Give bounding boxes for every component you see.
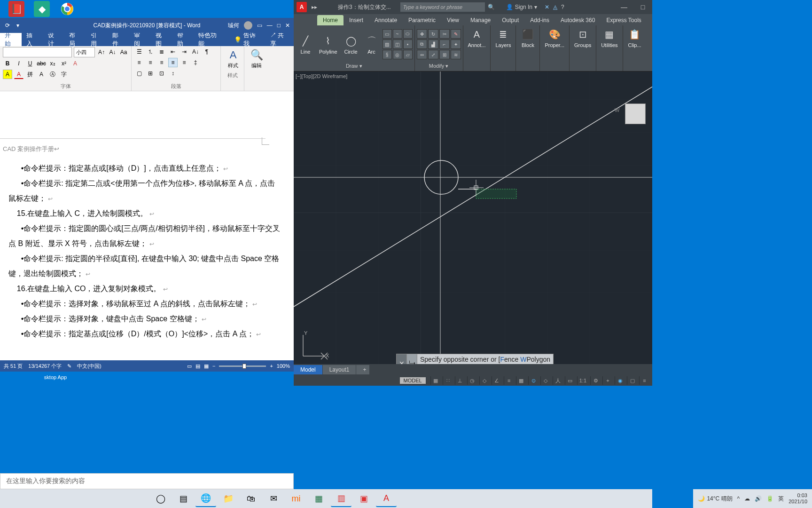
utilities-button[interactable]: ▦Utilities	[598, 26, 620, 49]
point-icon[interactable]: •	[403, 40, 413, 49]
grid-toggle-icon[interactable]: ▦	[430, 376, 441, 385]
proofing-icon[interactable]: ✎	[67, 363, 71, 369]
share-button[interactable]: ↗ 共享	[266, 31, 294, 48]
app-icon-2[interactable]: ◆	[34, 1, 50, 17]
sort-icon[interactable]: A↓	[191, 47, 200, 56]
groups-button[interactable]: ⊡Groups	[571, 26, 594, 49]
tab-annotate[interactable]: Annotate	[369, 15, 403, 25]
scale-icon[interactable]: ⤢	[428, 50, 438, 59]
erase-icon[interactable]: ✎	[451, 29, 461, 39]
align-left-icon[interactable]: ≡	[134, 58, 144, 67]
signin-button[interactable]: 👤 Sign In ▾	[502, 4, 541, 10]
qat-dropdown-icon[interactable]: ▾	[14, 22, 22, 29]
find-button[interactable]: 🔍 编辑	[247, 47, 266, 71]
language[interactable]: 中文(中国)	[77, 363, 101, 370]
layout1-tab[interactable]: Layout1	[323, 365, 356, 374]
char-shading-icon[interactable]: Ⓐ	[48, 70, 57, 79]
exchange-icon[interactable]: ✕	[545, 4, 549, 10]
windows-search-input[interactable]: 在这里输入你要搜索的内容	[0, 473, 294, 489]
italic-button[interactable]: I	[14, 59, 23, 68]
app-icon-1[interactable]: 📕	[8, 1, 24, 17]
hatch-icon[interactable]: ▨	[383, 40, 392, 49]
tab-mail[interactable]: 邮件	[108, 33, 129, 46]
widgets-icon[interactable]: ▤	[173, 490, 194, 507]
acad-logo-icon[interactable]: A	[297, 2, 307, 12]
bullets-icon[interactable]: ☰	[134, 47, 144, 56]
modify-label[interactable]: Modify ▾	[417, 62, 461, 70]
chrome-icon[interactable]	[59, 1, 75, 17]
grow-font-icon[interactable]: A↑	[97, 48, 106, 57]
font-size-select[interactable]: 小四	[74, 47, 95, 57]
offset-icon[interactable]: ≋	[451, 50, 461, 59]
model-tab[interactable]: Model	[294, 365, 322, 374]
wps-icon[interactable]: ▥	[331, 490, 351, 507]
text-effects-icon[interactable]: A	[70, 59, 80, 68]
snap-toggle-icon[interactable]: ∷	[443, 376, 453, 385]
tab-help[interactable]: 帮助	[172, 33, 194, 46]
explorer-icon[interactable]: 📁	[218, 490, 239, 507]
acad-search-input[interactable]: Type a keyword or phrase	[400, 2, 485, 12]
close-icon[interactable]: ✕	[285, 22, 290, 29]
borders-icon[interactable]: ⊞	[146, 69, 155, 78]
tab-review[interactable]: 审阅	[129, 33, 151, 46]
minimize-icon[interactable]: —	[267, 22, 273, 29]
page-count[interactable]: 共 51 页	[4, 363, 23, 370]
onedrive-icon[interactable]: ☁	[744, 495, 750, 502]
properties-button[interactable]: 🎨Proper...	[542, 26, 567, 49]
hwacc-icon[interactable]: ◉	[615, 376, 625, 385]
read-mode-icon[interactable]: ▭	[187, 363, 192, 369]
tab-references[interactable]: 引用	[86, 33, 108, 46]
word-document-area[interactable]: CAD 案例操作手册↩ •命令栏提示：指定基点或[移动（D）]，点击直线上任意点…	[0, 91, 294, 360]
font-color-icon[interactable]: A	[14, 70, 23, 79]
array-icon[interactable]: ⊞	[439, 50, 450, 59]
ortho-toggle-icon[interactable]: ⊥	[455, 376, 465, 385]
wipe-icon[interactable]: ▱	[403, 50, 413, 59]
rotate-icon[interactable]: ↻	[428, 29, 438, 39]
helix-icon[interactable]: §	[383, 50, 392, 59]
mi-icon[interactable]: mi	[286, 490, 306, 507]
dynucs-icon[interactable]: 人	[553, 376, 563, 385]
shrink-font-icon[interactable]: A↓	[108, 48, 117, 57]
arc-button[interactable]: ⌒Arc	[362, 33, 382, 56]
print-layout-icon[interactable]: ▤	[195, 363, 200, 369]
ellipse-icon[interactable]: ⬭	[403, 29, 413, 39]
underline-button[interactable]: U	[25, 59, 35, 68]
polar-toggle-icon[interactable]: ◷	[467, 376, 477, 385]
align-right-icon[interactable]: ≡	[157, 58, 166, 67]
otrack-toggle-icon[interactable]: ∠	[492, 376, 502, 385]
zoom-slider[interactable]	[219, 365, 266, 367]
stretch-icon[interactable]: ⇔	[417, 50, 427, 59]
rect-icon[interactable]: ▭	[383, 29, 392, 39]
move-icon[interactable]: ✥	[417, 29, 427, 39]
tab-express[interactable]: Express Tools	[601, 15, 647, 25]
superscript-button[interactable]: x²	[59, 59, 69, 68]
a360-icon[interactable]: ◬	[553, 4, 557, 10]
strike-button[interactable]: abc	[37, 59, 46, 68]
tellme[interactable]: 💡告诉我	[229, 33, 266, 46]
help-icon[interactable]: ?	[561, 4, 564, 10]
add-layout-button[interactable]: +	[356, 365, 369, 374]
scale-label[interactable]: 1:1	[577, 376, 588, 385]
char-count[interactable]: 13/14267 个字	[28, 363, 62, 370]
zoom-out-icon[interactable]: −	[212, 363, 215, 369]
autosave-icon[interactable]: ⟳	[4, 22, 11, 29]
clipboard-button[interactable]: 📋Clip...	[625, 26, 645, 49]
view-cube[interactable]: W	[621, 100, 649, 128]
polyline-button[interactable]: ⌇Polyline	[316, 33, 340, 56]
user-name[interactable]: 珹何	[228, 22, 239, 30]
view-label[interactable]: [−][Top][2D Wireframe]	[296, 73, 347, 79]
cube-face[interactable]	[625, 103, 646, 124]
transparency-icon[interactable]: ▩	[516, 376, 526, 385]
donut-icon[interactable]: ◎	[393, 50, 402, 59]
para-sort-icon[interactable]: ↕	[168, 69, 178, 78]
tab-home[interactable]: 开始	[0, 33, 22, 46]
phonetic-icon[interactable]: 拼	[25, 70, 35, 79]
subscript-button[interactable]: x₂	[48, 59, 57, 68]
3dosnap-icon[interactable]: ◇	[540, 376, 551, 385]
draw-label[interactable]: Draw ▾	[296, 62, 413, 70]
numbering-icon[interactable]: ⒈	[146, 47, 155, 56]
enclose-char-icon[interactable]: 字	[59, 70, 69, 79]
user-avatar-icon[interactable]	[244, 21, 252, 30]
inc-indent-icon[interactable]: ⇥	[180, 47, 189, 56]
dec-indent-icon[interactable]: ⇤	[168, 47, 178, 56]
